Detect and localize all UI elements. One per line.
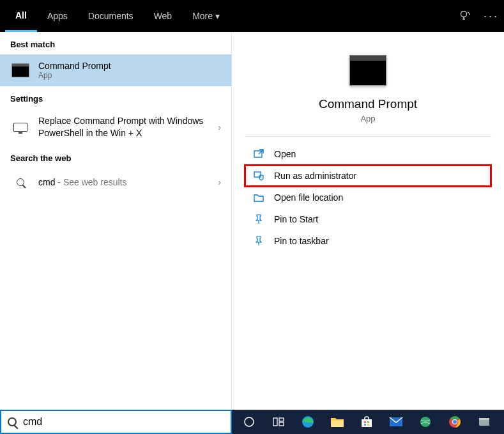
web-hint: - See web results — [55, 177, 126, 187]
action-pin-to-taskbar[interactable]: Pin to taskbar — [245, 230, 491, 252]
chevron-down-icon: ▾ — [215, 11, 220, 21]
action-label: Pin to taskbar — [274, 236, 329, 246]
action-pin-to-start[interactable]: Pin to Start — [245, 208, 491, 230]
monitor-icon — [10, 120, 31, 135]
web-query: cmd — [38, 177, 55, 187]
results-panel: Best match Command Prompt App Settings R… — [0, 32, 232, 410]
svg-rect-4 — [273, 418, 277, 426]
tab-documents[interactable]: Documents — [78, 0, 144, 32]
folder-icon — [330, 416, 344, 428]
command-prompt-icon — [10, 63, 31, 78]
feedback-icon[interactable] — [459, 10, 472, 22]
best-match-header: Best match — [0, 32, 231, 54]
svg-point-3 — [245, 417, 254, 426]
store-icon — [360, 415, 373, 428]
svg-rect-20 — [479, 418, 489, 420]
edge-icon — [301, 415, 315, 429]
mail-icon — [389, 417, 403, 427]
taskbar-mail[interactable] — [383, 410, 409, 434]
open-icon — [252, 149, 265, 159]
preview-subtitle: App — [245, 114, 491, 123]
taskbar-task-view[interactable] — [265, 410, 292, 434]
taskbar-app-generic[interactable] — [412, 410, 439, 434]
command-prompt-icon — [349, 55, 386, 86]
search-bar[interactable] — [0, 410, 232, 434]
result-web-cmd[interactable]: cmd - See web results › — [0, 168, 231, 196]
svg-rect-9 — [362, 419, 372, 427]
svg-rect-5 — [279, 418, 284, 421]
tab-all[interactable]: All — [5, 0, 37, 32]
svg-point-15 — [420, 417, 431, 427]
more-options-icon[interactable]: ··· — [484, 10, 499, 23]
svg-point-0 — [461, 12, 466, 17]
task-view-icon — [273, 417, 284, 426]
action-label: Pin to Start — [274, 214, 318, 224]
preview-title: Command Prompt — [245, 97, 491, 111]
divider — [245, 136, 491, 137]
result-setting-replace-cmd[interactable]: Replace Command Prompt with Windows Powe… — [0, 109, 231, 146]
globe-icon — [419, 415, 432, 428]
admin-shield-icon — [252, 171, 265, 181]
taskbar-file-explorer[interactable] — [324, 410, 351, 434]
action-open[interactable]: Open — [245, 143, 491, 165]
svg-point-18 — [453, 420, 457, 424]
action-list: Open Run as administrator Open file loca… — [245, 143, 491, 252]
result-command-prompt[interactable]: Command Prompt App — [0, 54, 231, 86]
search-header: All Apps Documents Web More ▾ ··· — [0, 0, 504, 32]
taskbar-app-generic-2[interactable] — [471, 410, 498, 434]
chrome-icon — [448, 415, 461, 428]
pin-start-icon — [252, 214, 265, 224]
taskbar-store[interactable] — [353, 410, 380, 434]
preview-icon-container — [245, 55, 491, 86]
folder-icon — [252, 192, 265, 203]
tab-label: More — [192, 11, 213, 21]
tab-web[interactable]: Web — [144, 0, 183, 32]
search-content: Best match Command Prompt App Settings R… — [0, 32, 504, 410]
svg-rect-12 — [364, 424, 366, 426]
action-open-file-location[interactable]: Open file location — [245, 187, 491, 208]
tab-label: Documents — [88, 11, 134, 21]
app-icon — [478, 415, 491, 428]
svg-rect-11 — [367, 421, 369, 423]
svg-rect-8 — [331, 421, 344, 427]
tab-label: Apps — [47, 11, 68, 21]
svg-rect-10 — [364, 421, 366, 423]
taskbar — [232, 410, 504, 434]
settings-header: Settings — [0, 86, 231, 109]
action-label: Run as administrator — [274, 171, 356, 181]
chevron-right-icon: › — [218, 122, 221, 132]
web-header: Search the web — [0, 146, 231, 168]
preview-panel: Command Prompt App Open Run as administr… — [232, 32, 504, 410]
svg-rect-6 — [279, 422, 284, 426]
result-title: cmd - See web results — [38, 177, 218, 187]
taskbar-cortana[interactable] — [236, 410, 263, 434]
taskbar-edge[interactable] — [294, 410, 321, 434]
svg-rect-13 — [367, 424, 369, 426]
search-icon — [8, 417, 17, 426]
chevron-right-icon: › — [218, 177, 221, 187]
result-subtitle: App — [38, 71, 221, 80]
taskbar-chrome[interactable] — [441, 410, 468, 434]
result-title: Command Prompt — [38, 61, 221, 71]
search-input[interactable] — [23, 416, 224, 428]
action-label: Open file location — [274, 192, 343, 203]
search-icon — [10, 174, 31, 190]
result-title: Replace Command Prompt with Windows Powe… — [38, 115, 218, 139]
cortana-icon — [243, 416, 255, 428]
pin-taskbar-icon — [252, 236, 265, 246]
tab-more[interactable]: More ▾ — [182, 0, 230, 32]
tab-label: Web — [154, 11, 172, 21]
action-label: Open — [274, 149, 296, 159]
tab-apps[interactable]: Apps — [37, 0, 78, 32]
action-run-as-administrator[interactable]: Run as administrator — [245, 165, 491, 187]
tab-label: All — [15, 10, 27, 20]
